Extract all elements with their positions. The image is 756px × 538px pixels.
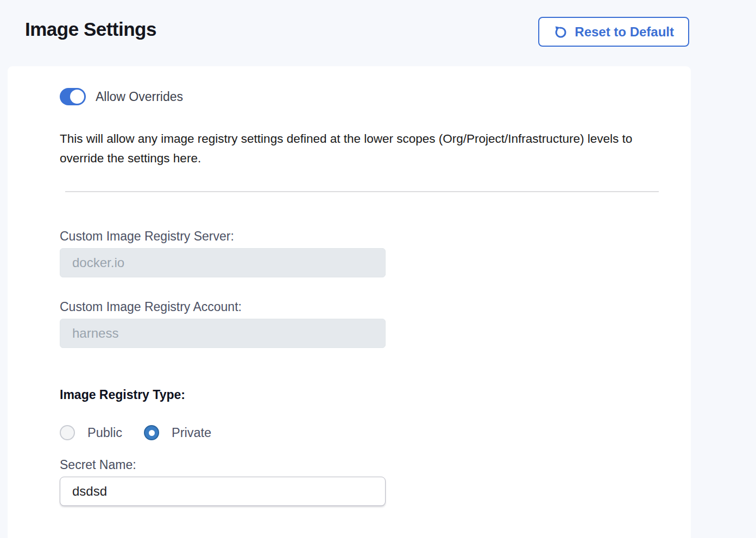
image-registry-type-label: Image Registry Type: bbox=[60, 387, 666, 402]
radio-option-private[interactable]: Private bbox=[144, 425, 211, 440]
allow-overrides-row: Allow Overrides bbox=[60, 88, 666, 105]
custom-registry-account-label: Custom Image Registry Account: bbox=[60, 300, 666, 314]
image-settings-card: Allow Overrides This will allow any imag… bbox=[8, 66, 691, 538]
radio-public-label: Public bbox=[87, 426, 122, 440]
allow-overrides-toggle[interactable] bbox=[60, 88, 86, 105]
reset-ccw-arrow-icon bbox=[553, 24, 568, 39]
allow-overrides-label: Allow Overrides bbox=[96, 90, 183, 104]
toggle-knob bbox=[70, 90, 84, 104]
radio-public-icon bbox=[60, 425, 75, 440]
image-registry-type-radio-group: Public Private bbox=[60, 425, 666, 440]
reset-to-default-button[interactable]: Reset to Default bbox=[538, 17, 689, 47]
radio-option-public[interactable]: Public bbox=[60, 425, 122, 440]
custom-registry-account-input bbox=[60, 319, 386, 348]
secret-name-label: Secret Name: bbox=[60, 458, 666, 472]
section-divider bbox=[65, 191, 659, 192]
page-title: Image Settings bbox=[25, 18, 156, 40]
overrides-description: This will allow any image registry setti… bbox=[60, 129, 665, 168]
radio-private-icon bbox=[144, 425, 159, 440]
reset-button-label: Reset to Default bbox=[575, 24, 674, 40]
custom-registry-server-label: Custom Image Registry Server: bbox=[60, 229, 666, 243]
custom-registry-server-input bbox=[60, 248, 386, 277]
radio-private-label: Private bbox=[172, 426, 211, 440]
secret-name-input[interactable] bbox=[60, 477, 386, 506]
